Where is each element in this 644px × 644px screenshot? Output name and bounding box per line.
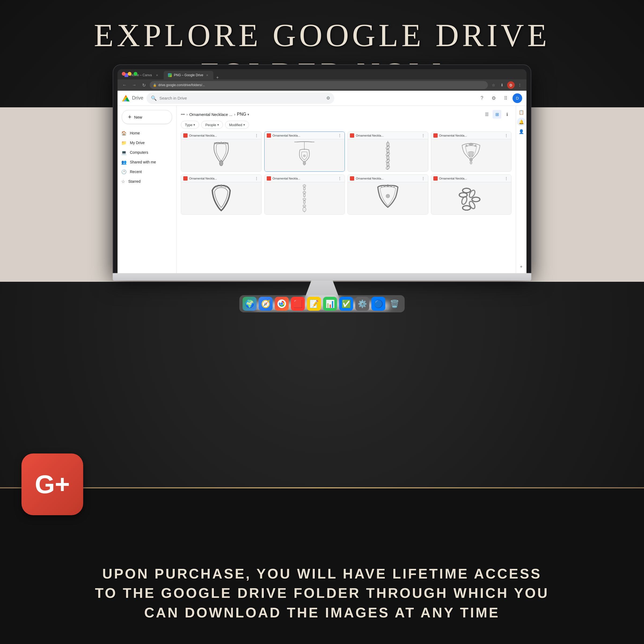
imac-computer: Home – Canva ✕ PNG – Google Drive ✕ + ← (107, 64, 537, 310)
svg-point-10 (217, 142, 218, 143)
filter-people[interactable]: People ▾ (201, 121, 223, 129)
file-more-2[interactable]: ⋮ (337, 133, 342, 138)
address-bar[interactable]: 🔒 drive.google.com/drive/folders/... (150, 81, 488, 89)
new-button[interactable]: + New (122, 110, 172, 124)
drive-search-bar[interactable]: 🔍 ⚙ (147, 93, 334, 104)
file-more-1[interactable]: ⋮ (254, 133, 259, 138)
file-card-1[interactable]: Ornamental Neckla... ⋮ (181, 131, 262, 172)
activity-button[interactable]: 🔔 (517, 118, 526, 126)
svg-point-28 (466, 145, 468, 147)
svg-point-35 (220, 184, 222, 186)
tab-drive-label: PNG – Google Drive (174, 73, 203, 77)
search-input[interactable] (159, 96, 324, 100)
info-button[interactable]: ℹ (503, 110, 511, 119)
sidebar-item-shared[interactable]: 👥 Shared with me (118, 157, 173, 167)
maximize-button[interactable] (134, 72, 137, 76)
add-sidebar-btn[interactable]: + (517, 262, 526, 271)
plus-button[interactable]: + (517, 262, 526, 271)
dock-icon-vpn[interactable]: 🔵 (371, 297, 385, 311)
file-card-8[interactable]: Ornamental Neckla... ⋮ (431, 174, 512, 215)
filter-icon[interactable]: ⚙ (326, 96, 330, 101)
contact-button[interactable]: 👤 (517, 127, 526, 136)
sidebar-item-recent[interactable]: 🕐 Recent (118, 167, 173, 177)
search-icon: 🔍 (151, 95, 157, 101)
dock-icon-finder[interactable]: 🌍 (243, 297, 257, 311)
refresh-button[interactable]: ↻ (140, 81, 148, 89)
back-button[interactable]: ← (121, 81, 128, 89)
file-card-7[interactable]: Ornamental Neckla... ⋮ (347, 174, 428, 215)
help-button[interactable]: ? (477, 93, 487, 103)
filter-type[interactable]: Type ▾ (181, 121, 199, 129)
google-drive-ui: Drive 🔍 ⚙ ? ⚙ ⠿ D (118, 91, 526, 273)
file-more-6[interactable]: ⋮ (337, 176, 342, 181)
file-grid: Ornamental Neckla... ⋮ (181, 129, 511, 217)
minimize-button[interactable] (128, 72, 131, 76)
necklace-svg-6 (268, 184, 341, 213)
file-more-8[interactable]: ⋮ (504, 176, 509, 181)
breadcrumb-current[interactable]: PNG ▾ (237, 112, 249, 117)
file-card-4[interactable]: Ornamental Neckla... ⋮ (431, 131, 512, 172)
list-view-button[interactable]: ☰ (482, 110, 491, 119)
people-dropdown-icon: ▾ (217, 123, 219, 127)
bookmark-icon[interactable]: ☆ (490, 82, 497, 89)
file-card-5[interactable]: Ornamental Neckla... ⋮ (181, 174, 262, 215)
grid-view-button[interactable]: ⊞ (493, 110, 501, 119)
file-more-3[interactable]: ⋮ (420, 133, 426, 138)
forward-button[interactable]: → (130, 81, 138, 89)
file-more-5[interactable]: ⋮ (254, 176, 259, 181)
dock-icon-settings[interactable]: ⚙️ (355, 297, 369, 311)
file-name-5: Ornamental Neckla... (189, 177, 252, 180)
svg-point-49 (383, 185, 385, 187)
download-icon[interactable]: ⬇ (499, 82, 506, 89)
dock-icon-chrome[interactable] (275, 297, 289, 311)
file-header-4: Ornamental Neckla... ⋮ (431, 132, 511, 139)
file-thumbnail-8 (431, 182, 511, 214)
dock-icon-reminders[interactable]: ✅ (339, 297, 353, 311)
sidebar-item-starred[interactable]: ☆ Starred (118, 177, 173, 186)
necklace-svg-2 (268, 141, 341, 170)
file-card-2[interactable]: Ornamental Neckla... ⋮ (264, 131, 345, 172)
tab-google-drive[interactable]: PNG – Google Drive ✕ (164, 71, 213, 79)
filter-modified[interactable]: Modified ▾ (225, 121, 249, 129)
star-icon: ☆ (121, 179, 125, 184)
settings-button[interactable]: ⚙ (489, 93, 499, 103)
file-thumbnail-2 (265, 139, 345, 171)
svg-point-6 (219, 160, 223, 166)
necklace-svg-1 (185, 141, 257, 170)
breadcrumb-dropdown-icon[interactable]: ▾ (247, 112, 249, 116)
tab-close-home[interactable]: ✕ (155, 73, 159, 77)
breadcrumb-more[interactable]: ••• (181, 112, 185, 116)
dock-icon-app1[interactable]: 🟥 (291, 297, 305, 311)
grid-apps-button[interactable]: ⠿ (501, 93, 510, 103)
dock-icon-trash[interactable]: 🗑️ (387, 297, 401, 311)
sidebar-my-drive-label: My Drive (130, 141, 145, 145)
breadcrumb-folder[interactable]: Ornamental Necklace ... (189, 112, 232, 117)
file-type-icon-5 (183, 176, 188, 181)
sidebar-item-home[interactable]: 🏠 Home (118, 128, 173, 138)
view-controls: ☰ ⊞ ℹ (482, 110, 511, 119)
svg-point-51 (381, 186, 382, 188)
sidebar-shared-label: Shared with me (130, 160, 156, 164)
file-more-7[interactable]: ⋮ (420, 176, 426, 181)
svg-marker-4 (125, 95, 127, 97)
google-plus-badge[interactable]: G+ (21, 453, 83, 515)
details-button[interactable]: 📋 (517, 108, 526, 116)
sidebar-item-my-drive[interactable]: 📁 My Drive (118, 138, 173, 148)
dock-icon-numbers[interactable]: 📊 (323, 297, 337, 311)
tab-close-drive[interactable]: ✕ (205, 73, 209, 77)
file-more-4[interactable]: ⋮ (504, 133, 509, 138)
google-plus-label: G+ (35, 470, 70, 499)
close-button[interactable] (122, 72, 126, 76)
chrome-profile-button[interactable]: D (507, 81, 515, 89)
dock-icon-safari[interactable]: 🧭 (259, 297, 273, 311)
file-card-3[interactable]: Ornamental Neckla... ⋮ (347, 131, 428, 172)
new-tab-button[interactable]: + (215, 76, 219, 79)
sidebar-item-computers[interactable]: 💻 Computers (118, 148, 173, 157)
svg-point-33 (470, 159, 473, 161)
file-card-6[interactable]: Ornamental Neckla... ⋮ (264, 174, 345, 215)
user-avatar[interactable]: D (513, 93, 522, 103)
svg-point-29 (469, 144, 470, 145)
necklace-svg-8 (435, 184, 507, 213)
dock-icon-notes[interactable]: 📝 (307, 297, 321, 311)
menu-icon[interactable]: ⋮ (516, 82, 523, 89)
